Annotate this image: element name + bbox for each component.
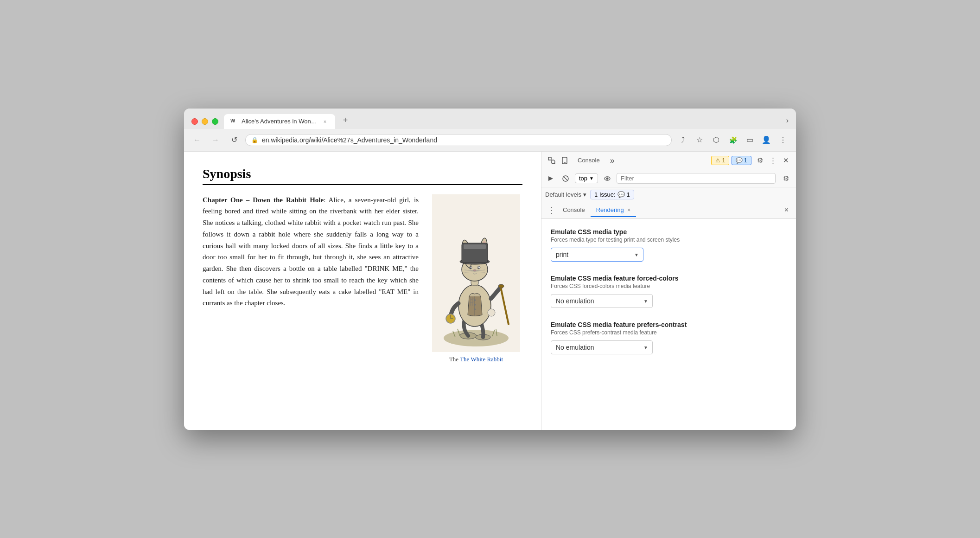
more-icon: ⋮ [770, 156, 776, 165]
svg-point-22 [478, 267, 480, 269]
rendering-content: Emulate CSS media type Forces media type… [541, 219, 796, 430]
reload-button[interactable]: ↺ [227, 133, 242, 147]
svg-point-21 [470, 267, 471, 269]
chrome-ext-button[interactable]: 🧩 [725, 133, 740, 147]
close-icon: ✕ [783, 156, 789, 165]
default-levels-dropdown-icon: ▾ [583, 191, 586, 198]
stop-button[interactable] [560, 173, 571, 184]
svg-line-43 [564, 177, 567, 180]
forward-button[interactable]: → [208, 133, 223, 147]
svg-line-38 [554, 163, 555, 164]
traffic-light-green[interactable] [212, 118, 218, 125]
image-caption: The The White Rabbit [449, 356, 503, 363]
issue-badge[interactable]: 1 Issue: 💬 1 [590, 190, 634, 199]
devtools-info-badge[interactable]: 💬 1 [732, 156, 751, 165]
devtools-warning-badge[interactable]: ⚠ 1 [711, 156, 729, 165]
tab-title: Alice's Adventures in Wonderla [242, 118, 318, 125]
rendering-tab-label: Rendering [596, 206, 624, 213]
svg-point-37 [551, 160, 555, 164]
back-button[interactable]: ← [190, 133, 204, 147]
prefers-contrast-desc: Forces CSS prefers-contrast media featur… [551, 329, 787, 336]
rendering-panel-close-button[interactable]: × [781, 204, 792, 216]
stop-icon [562, 175, 569, 182]
eye-icon [604, 175, 611, 182]
profile-button[interactable]: 👤 [759, 133, 774, 147]
media-type-select[interactable]: none print screen [551, 248, 643, 262]
tab-console[interactable]: Console [557, 204, 591, 217]
lock-icon: 🔒 [251, 137, 258, 143]
devtools-inspect-button[interactable] [545, 154, 558, 167]
address-input[interactable] [262, 136, 666, 144]
rendering-section-media-type: Emulate CSS media type Forces media type… [551, 228, 787, 262]
media-type-title: Emulate CSS media type [551, 228, 787, 236]
sidebar-button[interactable]: ▭ [742, 133, 757, 147]
issue-info-icon: 💬 [617, 191, 625, 198]
more-tabs-button[interactable]: › [786, 116, 789, 125]
eye-button[interactable] [602, 173, 613, 184]
traffic-light-yellow[interactable] [202, 118, 208, 125]
devtools-settings-button[interactable]: ⚙ [753, 154, 766, 167]
forced-colors-select[interactable]: No emulation active none [551, 294, 653, 308]
media-type-desc: Forces media type for testing print and … [551, 237, 787, 243]
bookmark-button[interactable]: ☆ [692, 133, 707, 147]
devtools-secondary-bar: top ▼ ⚙ [541, 170, 796, 187]
rendering-tabs-bar: ⋮ Console Rendering × × [541, 202, 796, 219]
inspect-icon [548, 157, 555, 164]
menu-icon: ⋮ [779, 135, 787, 144]
browser-tab-active[interactable]: W Alice's Adventures in Wonderla × [224, 114, 335, 129]
default-levels-label: Default levels [545, 191, 581, 198]
title-bar: W Alice's Adventures in Wonderla × + › [184, 109, 796, 129]
tab-rendering[interactable]: Rendering × [591, 204, 636, 217]
devtools-more-button[interactable]: ⋮ [766, 154, 779, 167]
extensions-icon: ⬡ [713, 135, 719, 144]
new-tab-button[interactable]: + [339, 114, 352, 127]
tab-close-button[interactable]: × [321, 118, 329, 125]
execute-button[interactable] [545, 173, 556, 184]
extensions-button[interactable]: ⬡ [709, 133, 724, 147]
reload-icon: ↺ [231, 135, 237, 144]
svg-point-35 [488, 309, 495, 316]
svg-marker-41 [548, 176, 553, 181]
white-rabbit-link[interactable]: The White Rabbit [460, 356, 503, 363]
chrome-ext-icon: 🧩 [729, 136, 737, 144]
forced-colors-title: Emulate CSS media feature forced-colors [551, 275, 787, 282]
share-icon: ⤴ [681, 136, 685, 144]
devtools-third-bar: Default levels ▾ 1 Issue: 💬 1 [541, 187, 796, 202]
default-levels-button[interactable]: Default levels ▾ [545, 191, 586, 198]
tabs-bar: W Alice's Adventures in Wonderla × + [224, 114, 781, 129]
context-selector[interactable]: top ▼ [575, 173, 598, 183]
rendering-tabs-dots[interactable]: ⋮ [545, 203, 557, 217]
devtools-panel: Console » ⚠ 1 💬 1 ⚙ ⋮ ✕ [541, 152, 796, 430]
issue-count-label: 1 Issue: [594, 191, 616, 198]
devtools-more-tabs-button[interactable]: » [606, 154, 618, 167]
rendering-section-prefers-contrast: Emulate CSS media feature prefers-contra… [551, 321, 787, 354]
wiki-image-block: The The White Rabbit [430, 194, 522, 363]
browser-toolbar: ← → ↺ 🔒 ⤴ ☆ ⬡ 🧩 ▭ 👤 ⋮ [184, 129, 796, 152]
address-bar[interactable]: 🔒 [245, 134, 672, 146]
devtools-tab-console[interactable]: Console [571, 153, 606, 168]
media-type-select-wrapper: none print screen [551, 248, 643, 262]
chapter-text: Chapter One – Down the Rabbit Hole: Alic… [203, 194, 419, 309]
menu-button[interactable]: ⋮ [776, 133, 790, 147]
prefers-contrast-select-wrapper: No emulation no-preference more less for… [551, 340, 653, 354]
devtools-device-button[interactable] [558, 154, 571, 167]
device-icon [561, 157, 568, 164]
profile-icon: 👤 [762, 135, 771, 144]
filter-input[interactable] [617, 173, 776, 184]
content-area: Synopsis Chapter One – Down the Rabbit H… [184, 152, 796, 430]
bookmark-icon: ☆ [696, 135, 703, 144]
svg-point-10 [474, 304, 476, 306]
svg-point-45 [606, 177, 608, 179]
back-icon: ← [193, 136, 201, 144]
devtools-close-button[interactable]: ✕ [779, 154, 792, 167]
filter-settings-button[interactable]: ⚙ [779, 172, 792, 185]
forced-colors-desc: Forces CSS forced-colors media feature [551, 283, 787, 289]
rendering-tab-close-button[interactable]: × [627, 207, 630, 213]
svg-point-23 [473, 269, 476, 271]
svg-point-11 [474, 308, 476, 310]
share-button[interactable]: ⤴ [675, 133, 690, 147]
issue-count: 1 [627, 191, 630, 198]
context-value: top [579, 175, 587, 182]
traffic-light-red[interactable] [191, 118, 198, 125]
prefers-contrast-select[interactable]: No emulation no-preference more less for… [551, 340, 653, 354]
